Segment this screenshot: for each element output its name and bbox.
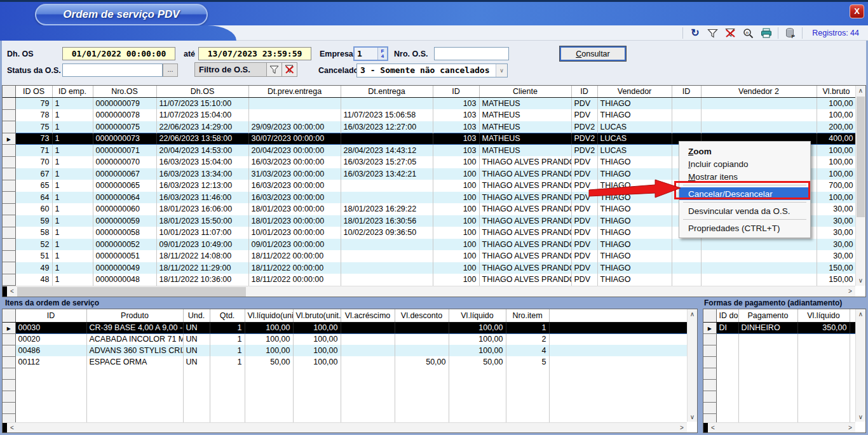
- grid-cell[interactable]: 30/07/2023 00:00:00: [248, 133, 341, 145]
- grid-cell[interactable]: 100: [433, 215, 479, 227]
- grid-row[interactable]: 00020ACABADA INCOLOR 71 MMUN1100,00100,0…: [3, 333, 689, 345]
- grid-row[interactable]: ▶00030CR-39 BASE 4,00 A 9,00 - 6UN1100,0…: [3, 322, 689, 333]
- grid-cell[interactable]: 78: [15, 109, 52, 121]
- grid-cell[interactable]: 30,00: [817, 227, 856, 239]
- grid-cell[interactable]: 18/11/2022 00:00:00: [248, 262, 341, 274]
- column-header[interactable]: Dh.OS: [156, 86, 248, 98]
- grid-cell[interactable]: 1: [52, 227, 93, 239]
- grid-cell[interactable]: 1: [210, 345, 245, 356]
- grid-cell[interactable]: 18/01/2023 00:00:00: [248, 215, 341, 227]
- grid-cell[interactable]: 100,00: [817, 98, 856, 110]
- grid-cell[interactable]: PDV: [571, 227, 597, 239]
- grid-cell[interactable]: 0000000048: [93, 274, 156, 286]
- grid-cell[interactable]: 1: [52, 121, 93, 133]
- grid-cell[interactable]: 31/03/2023 00:00:00: [248, 168, 341, 180]
- scrollbar-thumb[interactable]: [17, 287, 246, 297]
- grid-row[interactable]: 511000000005118/11/2022 14:08:0018/11/20…: [3, 250, 856, 262]
- grid-cell[interactable]: PDV2: [571, 145, 597, 157]
- consultar-button[interactable]: Consultar: [560, 46, 626, 61]
- grid-cell[interactable]: ESPACE ORMA: [86, 356, 183, 368]
- horizontal-scrollbar[interactable]: < >: [703, 422, 855, 432]
- grid-cell[interactable]: 11/07/2023 15:10:00: [156, 98, 248, 110]
- grid-cell[interactable]: [341, 322, 395, 333]
- grid-cell[interactable]: 18/01/2023 15:50:00: [156, 215, 248, 227]
- grid-cell[interactable]: 100: [433, 239, 479, 251]
- grid-cell[interactable]: 10/02/2023 09:36:50: [341, 227, 433, 239]
- grid-cell[interactable]: MATHEUS: [479, 133, 571, 145]
- grid-cell[interactable]: THIAGO ALVES PRANDO: [479, 180, 571, 192]
- column-header[interactable]: Vendedor 2: [701, 86, 817, 98]
- grid-cell[interactable]: 1: [52, 180, 93, 192]
- grid-cell[interactable]: 100: [433, 227, 479, 239]
- grid-cell[interactable]: UN: [183, 333, 210, 345]
- grid-cell[interactable]: 1: [52, 109, 93, 121]
- grid-cell[interactable]: 1: [506, 322, 549, 333]
- grid-cell[interactable]: 16/03/2023 15:27:05: [341, 156, 433, 168]
- grid-cell[interactable]: THIAGO ALVES PRANDO: [479, 274, 571, 286]
- grid-cell[interactable]: 100,00: [293, 345, 341, 356]
- grid-cell[interactable]: 100,00: [817, 192, 856, 204]
- grid-cell[interactable]: PDV: [571, 262, 597, 274]
- scroll-right-icon[interactable]: >: [845, 423, 855, 433]
- menu-item-propriedades-ctrl-t[interactable]: Propriedades (CTRL+T): [679, 222, 810, 234]
- grid-cell[interactable]: 16/03/2023 13:34:00: [156, 168, 248, 180]
- grid-cell[interactable]: 10/01/2023 11:07:00: [156, 227, 248, 239]
- grid-cell[interactable]: 0000000065: [93, 180, 156, 192]
- grid-cell[interactable]: 18/11/2022 11:29:00: [156, 262, 248, 274]
- scrollbar-track[interactable]: [718, 423, 845, 432]
- dh-os-from-input[interactable]: [62, 47, 175, 60]
- grid-cell[interactable]: THIAGO: [597, 250, 672, 262]
- grid-cell[interactable]: THIAGO: [597, 156, 672, 168]
- grid-cell[interactable]: THIAGO ALVES PRANDO: [479, 168, 571, 180]
- horizontal-scrollbar[interactable]: < >: [3, 422, 687, 432]
- grid-cell[interactable]: 100: [433, 156, 479, 168]
- grid-cell[interactable]: [248, 98, 341, 110]
- scrollbar-track[interactable]: [246, 286, 845, 297]
- grid-row[interactable]: 481000000004818/11/2022 10:36:0018/11/20…: [3, 274, 856, 286]
- grid-cell[interactable]: 1: [52, 168, 93, 180]
- column-header[interactable]: Vl.bruto: [817, 86, 856, 98]
- column-header[interactable]: Vl.acréscimo: [341, 309, 395, 322]
- grid-cell[interactable]: 28/04/2023 14:43:12: [341, 145, 433, 157]
- grid-cell[interactable]: 1: [52, 133, 93, 145]
- grid-cell[interactable]: 100,00: [245, 333, 293, 345]
- grid-cell[interactable]: [341, 356, 395, 368]
- grid-cell[interactable]: 52: [15, 239, 52, 251]
- grid-row[interactable]: 791000000007911/07/2023 15:10:00103MATHE…: [3, 98, 856, 110]
- vertical-scrollbar[interactable]: ∧ ∨: [855, 309, 865, 422]
- scroll-up-icon[interactable]: ∧: [856, 86, 865, 96]
- grid-cell[interactable]: [701, 121, 817, 133]
- grid-cell[interactable]: 103: [433, 133, 479, 145]
- grid-cell[interactable]: 11/07/2023 15:06:58: [341, 109, 433, 121]
- column-header[interactable]: Pagamento: [738, 309, 797, 322]
- scroll-right-icon[interactable]: >: [677, 423, 687, 433]
- grid-cell[interactable]: [701, 262, 817, 274]
- grid-cell[interactable]: 1: [52, 203, 93, 215]
- scroll-down-icon[interactable]: ∨: [856, 412, 865, 422]
- grid-cell[interactable]: 16/03/2023 13:42:21: [341, 168, 433, 180]
- grid-cell[interactable]: 0000000059: [93, 215, 156, 227]
- grid-cell[interactable]: MATHEUS: [479, 98, 571, 110]
- grid-cell[interactable]: 4: [506, 345, 549, 356]
- grid-row[interactable]: 491000000004918/11/2022 11:29:0018/11/20…: [3, 262, 856, 274]
- cancelados-select[interactable]: 3 - Somente não cancelados ∨: [356, 64, 508, 77]
- grid-cell[interactable]: THIAGO: [597, 239, 672, 251]
- grid-cell[interactable]: [248, 109, 341, 121]
- clear-filter-icon[interactable]: [724, 27, 736, 39]
- grid-cell[interactable]: 1: [52, 274, 93, 286]
- grid-cell[interactable]: 100: [433, 203, 479, 215]
- column-header[interactable]: Vl.líquido: [449, 309, 506, 322]
- grid-cell[interactable]: 18/01/2023 00:00:00: [248, 203, 341, 215]
- grid-cell[interactable]: UN: [183, 322, 210, 333]
- grid-cell[interactable]: 71: [15, 145, 52, 157]
- grid-cell[interactable]: 0000000049: [93, 262, 156, 274]
- grid-cell[interactable]: 0000000078: [93, 109, 156, 121]
- grid-cell[interactable]: 100,00: [293, 322, 341, 333]
- column-header[interactable]: Und.: [183, 309, 210, 322]
- grid-cell[interactable]: THIAGO ALVES PRANDO: [479, 239, 571, 251]
- close-button[interactable]: X: [850, 4, 864, 18]
- grid-cell[interactable]: 18/11/2022 14:08:00: [156, 250, 248, 262]
- grid-cell[interactable]: 18/01/2023 16:30:56: [341, 215, 433, 227]
- grid-cell[interactable]: 18/01/2023 16:06:00: [156, 203, 248, 215]
- grid-cell[interactable]: 16/03/2023 15:04:00: [156, 156, 248, 168]
